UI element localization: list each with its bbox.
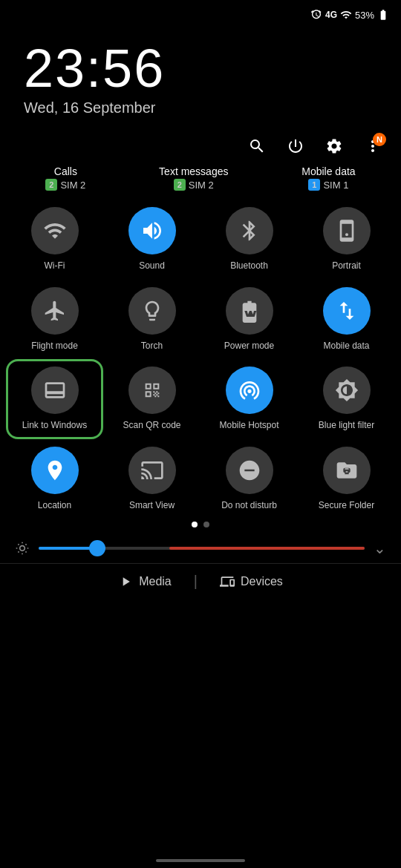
calls-label: Calls: [54, 165, 77, 177]
flight-mode-label: Flight mode: [31, 341, 78, 352]
settings-button[interactable]: [324, 136, 345, 157]
blue-light-filter-circle: [323, 366, 371, 414]
tile-do-not-disturb[interactable]: Do not disturb: [200, 439, 298, 519]
dots-row: [0, 519, 401, 533]
battery-percent: 53%: [355, 10, 374, 21]
mobile-data-label: Mobile data: [301, 165, 355, 177]
mobile-data-sim-badge: 1 SIM 1: [308, 179, 348, 191]
tile-flight-mode[interactable]: Flight mode: [6, 280, 103, 360]
mobile-data-sim[interactable]: Mobile data 1 SIM 1: [301, 165, 355, 191]
mobile-hotspot-circle: [226, 366, 273, 414]
brightness-low-icon: [15, 541, 30, 556]
flight-mode-circle: [31, 287, 79, 335]
power-button[interactable]: [285, 136, 306, 157]
smart-view-label: Smart View: [129, 500, 175, 512]
bottom-bar: [156, 859, 245, 862]
media-label: Media: [139, 575, 172, 588]
status-bar: 4G 53%: [0, 0, 401, 24]
calls-sim-num: 2: [45, 179, 57, 191]
dot-2: [203, 522, 209, 527]
power-mode-circle: [226, 287, 273, 335]
clock-area: 23:56 Wed, 16 September: [0, 24, 401, 122]
scan-qr-circle: [128, 366, 176, 414]
brightness-track[interactable]: [39, 547, 365, 550]
battery-icon: [377, 9, 389, 21]
tile-sound[interactable]: Sound: [103, 200, 200, 280]
secure-folder-label: Secure Folder: [319, 500, 374, 512]
tile-mobile-data[interactable]: Mobile data: [298, 280, 395, 360]
clock-time: 23:56: [24, 42, 377, 95]
text-messages-label: Text messages: [159, 165, 228, 177]
wifi-label: Wi-Fi: [45, 260, 65, 272]
brightness-row[interactable]: ⌄: [0, 533, 401, 563]
text-messages-sim-text: SIM 2: [189, 180, 214, 191]
notification-badge: N: [373, 133, 386, 146]
mobile-data-tile-label: Mobile data: [323, 341, 369, 352]
sound-circle: [128, 207, 176, 254]
tile-bluetooth[interactable]: Bluetooth: [200, 200, 298, 280]
calls-sim-text: SIM 2: [60, 180, 85, 191]
network-4g: 4G: [325, 10, 337, 20]
calls-sim-badge: 2 SIM 2: [45, 179, 85, 191]
portrait-circle: [323, 207, 371, 254]
tile-secure-folder[interactable]: Secure Folder: [298, 439, 395, 519]
tile-smart-view[interactable]: Smart View: [103, 439, 200, 519]
text-messages-sim-num: 2: [174, 179, 186, 191]
calls-sim[interactable]: Calls 2 SIM 2: [45, 165, 85, 191]
portrait-label: Portrait: [332, 260, 361, 272]
more-options-button[interactable]: N: [362, 136, 383, 157]
clock-date: Wed, 16 September: [24, 99, 377, 116]
mobile-data-circle: [323, 287, 371, 335]
link-to-windows-circle: [31, 366, 79, 414]
tile-location[interactable]: Location: [6, 439, 103, 519]
media-button[interactable]: Media: [96, 574, 194, 589]
sound-label: Sound: [139, 260, 165, 272]
tile-wifi[interactable]: Wi-Fi: [6, 200, 103, 280]
qs-header: N: [0, 122, 401, 162]
tile-power-mode[interactable]: Power mode: [200, 280, 298, 360]
alarm-icon: [310, 9, 322, 21]
brightness-thumb: [89, 540, 105, 556]
bluetooth-circle: [226, 207, 273, 254]
torch-circle: [128, 287, 176, 335]
bluetooth-label: Bluetooth: [230, 260, 268, 272]
text-messages-sim-badge: 2 SIM 2: [174, 179, 214, 191]
do-not-disturb-label: Do not disturb: [221, 500, 277, 512]
brightness-red-part: [169, 547, 365, 550]
tile-portrait[interactable]: Portrait: [298, 200, 395, 280]
torch-label: Torch: [141, 341, 163, 352]
blue-light-filter-label: Blue light filter: [319, 420, 374, 432]
tile-torch[interactable]: Torch: [103, 280, 200, 360]
location-circle: [31, 447, 79, 494]
tiles-grid: Wi-Fi Sound Bluetooth Portrait Flight mo…: [0, 200, 401, 519]
media-row: Media | Devices: [0, 563, 401, 596]
search-button[interactable]: [247, 136, 267, 157]
location-label: Location: [38, 500, 71, 512]
devices-label: Devices: [241, 575, 283, 588]
devices-button[interactable]: Devices: [198, 574, 305, 589]
power-mode-label: Power mode: [224, 341, 274, 352]
signal-icon: [340, 9, 352, 21]
link-to-windows-label: Link to Windows: [22, 420, 87, 432]
status-icons: 4G 53%: [310, 9, 389, 21]
tile-link-to-windows[interactable]: Link to Windows: [6, 359, 103, 439]
mobile-data-sim-text: SIM 1: [323, 180, 348, 191]
brightness-expand-button[interactable]: ⌄: [374, 539, 386, 557]
scan-qr-label: Scan QR code: [123, 420, 180, 432]
mobile-data-sim-num: 1: [308, 179, 320, 191]
text-messages-sim[interactable]: Text messages 2 SIM 2: [159, 165, 228, 191]
tile-blue-light-filter[interactable]: Blue light filter: [298, 359, 395, 439]
secure-folder-circle: [323, 447, 371, 494]
dot-1: [192, 522, 198, 527]
tile-mobile-hotspot[interactable]: Mobile Hotspot: [200, 359, 298, 439]
smart-view-circle: [128, 447, 176, 494]
mobile-hotspot-label: Mobile Hotspot: [219, 420, 278, 432]
tile-scan-qr[interactable]: Scan QR code: [103, 359, 200, 439]
wifi-circle: [31, 207, 79, 254]
do-not-disturb-circle: [226, 447, 273, 494]
sim-row: Calls 2 SIM 2 Text messages 2 SIM 2 Mobi…: [0, 162, 401, 200]
